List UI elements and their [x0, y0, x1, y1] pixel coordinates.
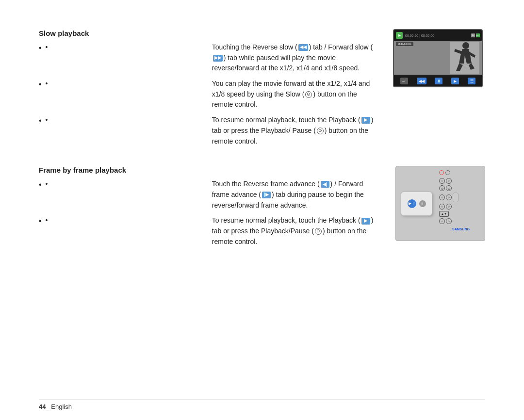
remote-panel: ▶⏸ ⏸ ○ ○ ⊙ — [393, 166, 485, 252]
bullet-dot: • — [46, 42, 212, 53]
list-item: • To resume normal playback, touch the P… — [39, 215, 378, 247]
device-pause-btn: ⏸ — [419, 200, 426, 207]
remote-top — [439, 170, 483, 175]
slow-playback-text: Slow playback • Touching the Reverse slo… — [39, 29, 378, 151]
bullet-text-1: Touching the Reverse slow (◀◀) tab / For… — [212, 42, 378, 74]
frame-bullet-2: To resume normal playback, touch the Pla… — [212, 215, 378, 247]
bullet-dot: • — [46, 115, 212, 126]
playback-device: ▶⏸ ⏸ — [401, 192, 432, 216]
bullet-text-3: To resume normal playback, touch the Pla… — [212, 115, 378, 146]
samsung-brand: SAMSUNG — [439, 227, 483, 231]
remote-slider — [453, 193, 458, 202]
frame-playback-text: Frame by frame playback • Touch the Reve… — [39, 166, 378, 252]
slow-playback-image: ▶ 00:00:20 | 00:30:00 IN HD — [393, 29, 485, 151]
remote-btn-9: ▲▼ — [439, 211, 449, 217]
screen-indicators: IN HD — [471, 33, 480, 37]
frame-playback-section: Frame by frame playback • Touch the Reve… — [39, 166, 485, 252]
bullet-dot: • — [46, 215, 212, 226]
pause2-circle-icon: ⊙ — [315, 228, 322, 235]
remote-row-1: ○ ○ — [439, 178, 483, 184]
bullet-dot: • — [46, 179, 212, 190]
rev-frame-icon: ◀| — [321, 181, 329, 188]
playback2-icon: ▶ — [361, 218, 370, 225]
playback-icon: ▶ — [361, 117, 370, 124]
pause-circle-icon: ⊙ — [317, 128, 324, 134]
rw-btn: ◀◀ — [417, 78, 426, 84]
page-footer: 44_ English — [39, 400, 485, 410]
remote-row-2: ⊙ ⊙ — [439, 185, 483, 191]
remote-btn-8: ○ — [446, 204, 452, 210]
play-btn: ▶ — [451, 78, 459, 84]
list-item: • Touch the Reverse frame advance (◀|) /… — [39, 179, 378, 210]
file-counter: 100-0001 — [396, 42, 413, 46]
indicator-hd: HD — [476, 33, 480, 37]
list-item: • You can play the movie forward at the … — [39, 79, 378, 110]
screen-green-icon: ▶ — [396, 32, 403, 39]
frame-playback-title: Frame by frame playback — [39, 166, 378, 174]
screen-mockup: ▶ 00:00:20 | 00:30:00 IN HD — [393, 29, 483, 87]
bullet-dot: • — [46, 79, 212, 89]
list-item: • Touching the Reverse slow (◀◀) tab / F… — [39, 42, 378, 74]
remote-row-5: ▲▼ — [439, 211, 483, 217]
footer-language: English — [51, 403, 72, 410]
remote-btn-4: ⊙ — [446, 185, 452, 191]
list-item: • To resume normal playback, touch the P… — [39, 115, 378, 146]
fwd-frame-icon: |▶ — [262, 192, 271, 198]
frame-bullet-1: Touch the Reverse frame advance (◀|) / F… — [212, 179, 378, 210]
forward-slow-icon: ▶▶ — [213, 55, 223, 62]
soccer-player-image — [450, 42, 479, 74]
remote-mockup: ▶⏸ ⏸ ○ ○ ⊙ — [395, 166, 485, 241]
remote-btn-5: ○ — [439, 194, 445, 200]
footer-separator: _ — [46, 403, 51, 410]
remote-row-6: ○ ○ — [439, 218, 483, 224]
slow-circle-icon: ⊙ — [305, 91, 312, 98]
remote-btn-11: ○ — [446, 218, 452, 224]
svg-point-1 — [462, 42, 469, 49]
remote-body: ○ ○ ⊙ ⊙ ○ ○ ○ ○ — [437, 166, 485, 241]
remote-btn-10: ○ — [439, 218, 445, 224]
screen-timecode: 00:00:20 | 00:30:00 — [405, 34, 470, 37]
device-play-btn: ▶⏸ — [408, 199, 416, 208]
remote-row-3: ○ ○ — [439, 193, 483, 202]
screen-footer: ↩ ◀◀ ⏸ ▶ ☰ — [394, 75, 482, 87]
remote-row-4: ○ ○ — [439, 204, 483, 210]
remote-photo-dot — [445, 170, 450, 175]
page-content: Slow playback • Touching the Reverse slo… — [0, 0, 524, 286]
menu-btn: ☰ — [468, 78, 475, 84]
slow-playback-section: Slow playback • Touching the Reverse slo… — [39, 29, 485, 151]
bullet-text-2: You can play the movie forward at the x1… — [212, 79, 378, 110]
remote-btn-1: ○ — [439, 178, 445, 184]
slow-playback-title: Slow playback — [39, 29, 378, 37]
frame-playback-list: • Touch the Reverse frame advance (◀|) /… — [39, 179, 378, 247]
remote-btn-6: ○ — [446, 194, 452, 200]
remote-btn-3: ⊙ — [439, 185, 445, 191]
back-btn: ↩ — [400, 78, 408, 84]
pause-btn: ⏸ — [435, 78, 442, 84]
page-number: 44 — [39, 403, 46, 410]
remote-left: ▶⏸ ⏸ — [396, 166, 437, 241]
remote-rec-dot — [439, 170, 444, 175]
remote-btn-7: ○ — [439, 204, 445, 210]
indicator-in: IN — [471, 33, 475, 37]
reverse-slow-icon: ◀◀ — [298, 44, 308, 51]
screen-header: ▶ 00:00:20 | 00:30:00 IN HD — [394, 30, 482, 41]
screen-body: 100-0001 — [394, 41, 482, 75]
remote-btn-2: ○ — [446, 178, 452, 184]
slow-playback-list: • Touching the Reverse slow (◀◀) tab / F… — [39, 42, 378, 146]
